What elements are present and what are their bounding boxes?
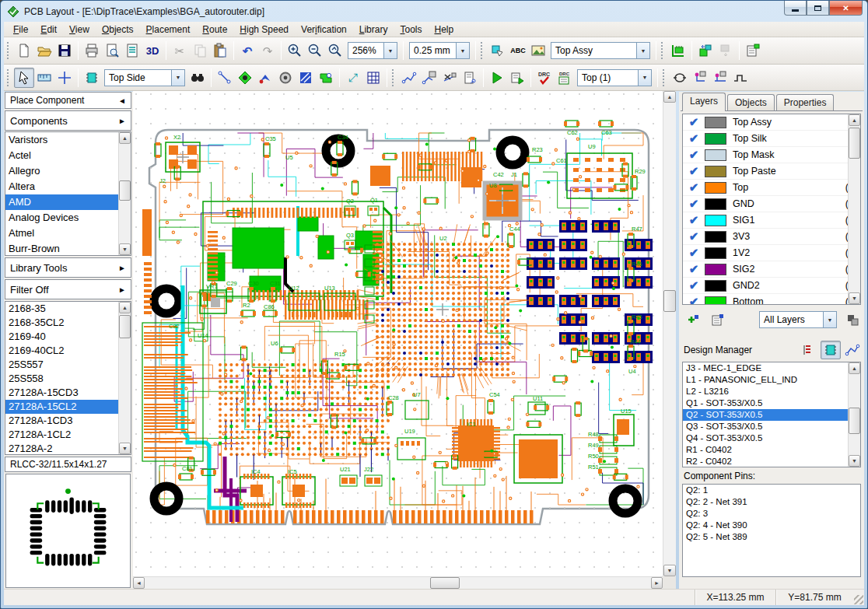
library-tools-bar[interactable]: Library Tools ►	[5, 257, 131, 278]
layer-color-swatch[interactable]	[705, 231, 726, 243]
loop-removal-button[interactable]	[670, 68, 690, 88]
part-list-item[interactable]: 25S557	[5, 358, 131, 372]
menu-edit[interactable]: Edit	[34, 23, 63, 37]
layer-visible-check[interactable]: ✔	[683, 213, 705, 227]
scroll-up-icon[interactable]: ▲	[119, 132, 131, 144]
part-list-scrollbar[interactable]: ▲ ▼	[118, 302, 131, 454]
ratlines-button[interactable]	[255, 68, 275, 88]
toolbar-grip[interactable]	[481, 42, 485, 59]
layer-row[interactable]: ✔SIG1(3)	[683, 212, 860, 229]
nets-filter-button[interactable]	[799, 341, 816, 359]
scroll-down-icon[interactable]: ▼	[663, 565, 676, 576]
part-list-item[interactable]: 2169-40	[5, 330, 131, 344]
scroll-right-icon[interactable]: ►	[651, 577, 663, 589]
part-list-item[interactable]: 2168-35CL2	[5, 316, 131, 330]
resize-grip[interactable]	[854, 595, 863, 604]
diff-pair-button[interactable]	[690, 68, 710, 88]
route-manual-button[interactable]	[399, 68, 419, 88]
scroll-left-icon[interactable]: ◄	[133, 577, 145, 589]
route-setup-button[interactable]	[460, 68, 480, 88]
layer-visible-check[interactable]: ✔	[683, 131, 705, 145]
scroll-up-icon[interactable]: ▲	[663, 91, 676, 103]
layer-row[interactable]: ✔Top Assy	[683, 114, 860, 131]
menu-placement[interactable]: Placement	[140, 23, 197, 37]
print-preview-button[interactable]	[102, 40, 122, 61]
place-via-button[interactable]	[235, 68, 255, 88]
chevron-down-icon[interactable]: ▼	[823, 312, 836, 327]
toolbar-grip[interactable]	[7, 42, 11, 59]
library-list-item[interactable]: AMD	[5, 194, 131, 210]
view-3d-button[interactable]: 3D	[142, 40, 163, 61]
toolbar-grip[interactable]	[7, 69, 11, 86]
layer-color-swatch[interactable]	[705, 215, 726, 226]
menu-high-speed[interactable]: High Speed	[233, 23, 295, 37]
place-text-button[interactable]: ABC	[508, 40, 528, 61]
layer-visible-check[interactable]: ✔	[683, 115, 705, 129]
layer-row[interactable]: ✔GND2(7)	[683, 278, 860, 294]
measure-tool-button[interactable]	[34, 68, 54, 88]
layer-filter-combo[interactable]: All Layers▼	[759, 311, 837, 328]
pcb-canvas[interactable]: X2C35C34U5J1C62C63U9R23R29C42J2C61U8Q2Q1…	[133, 91, 663, 578]
layer-row[interactable]: ✔GND(2)	[683, 196, 860, 212]
place-component-tool-button[interactable]	[82, 68, 102, 88]
close-button[interactable]: ✕	[829, 1, 863, 16]
place-component-header[interactable]: Place Component ◄	[5, 92, 131, 109]
scroll-up-icon[interactable]: ▲	[119, 302, 131, 313]
library-list-item[interactable]: Varistors	[5, 132, 131, 148]
open-button[interactable]	[34, 40, 54, 61]
toolbar-grip[interactable]	[661, 42, 665, 59]
update-components-button[interactable]	[695, 40, 716, 61]
component-list-item[interactable]: J3 - MEC-1_EDGE	[683, 362, 860, 374]
meander-button[interactable]	[730, 68, 751, 88]
part-list-item[interactable]: 27128A-15CL2	[5, 400, 131, 414]
layer-row[interactable]: ✔Top Paste	[683, 163, 860, 180]
component-list-item[interactable]: Q3 - SOT-353/X0.5	[683, 421, 860, 432]
component-list-item[interactable]: R2 - C0402	[683, 456, 860, 467]
menu-route[interactable]: Route	[196, 23, 233, 37]
component-list-item[interactable]: Q2 - SOT-353/X0.5	[683, 409, 860, 421]
layer-color-swatch[interactable]	[705, 166, 726, 177]
zoom-out-button[interactable]	[305, 40, 325, 61]
filter-bar[interactable]: Filter Off ►	[5, 279, 131, 299]
chevron-down-icon[interactable]: ▼	[383, 43, 397, 58]
design-manager-scrollbar[interactable]: ▲ ▼	[848, 362, 860, 467]
scroll-up-icon[interactable]: ▲	[849, 362, 860, 374]
route-trace-button[interactable]	[215, 68, 235, 88]
nets-view-button[interactable]	[844, 341, 861, 359]
paste-button[interactable]	[210, 40, 230, 61]
save-button[interactable]	[54, 40, 75, 61]
route-layer-combo[interactable]: Top (1)▼	[577, 69, 652, 86]
route-edit-button[interactable]	[419, 68, 439, 88]
cut-button[interactable]: ✂	[170, 40, 190, 61]
report-button[interactable]	[122, 40, 142, 61]
component-list-item[interactable]: Q1 - SOT-353/X0.5	[683, 397, 860, 409]
menu-help[interactable]: Help	[428, 23, 460, 37]
add-layer-button[interactable]	[684, 310, 702, 329]
layer-color-swatch[interactable]	[705, 280, 726, 292]
minimize-button[interactable]	[784, 1, 807, 16]
place-picture-button[interactable]	[528, 40, 548, 61]
pin-list-item[interactable]: Q2: 3	[683, 508, 860, 520]
undo-button[interactable]: ↶	[237, 40, 257, 61]
layer-colors-button[interactable]	[844, 311, 861, 328]
scroll-down-icon[interactable]: ▼	[119, 443, 131, 454]
layer-visible-check[interactable]: ✔	[683, 246, 705, 260]
menu-file[interactable]: File	[7, 23, 34, 37]
menu-objects[interactable]: Objects	[96, 23, 140, 37]
layer-visible-check[interactable]: ✔	[683, 164, 705, 178]
new-button[interactable]	[14, 40, 34, 61]
board-side-combo[interactable]: Top Side▼	[104, 69, 185, 86]
redo-button[interactable]: ↷	[257, 40, 278, 61]
layer-visible-check[interactable]: ✔	[683, 197, 705, 211]
menu-verification[interactable]: Verification	[295, 23, 353, 37]
layer-color-swatch[interactable]	[705, 117, 726, 128]
layer-row[interactable]: ✔SIG2(6)	[683, 261, 860, 278]
copper-pour-button[interactable]	[296, 68, 316, 88]
maximize-button[interactable]	[807, 1, 829, 16]
layer-color-swatch[interactable]	[705, 149, 726, 161]
select-tool-button[interactable]	[14, 68, 34, 88]
layer-color-swatch[interactable]	[705, 296, 726, 306]
component-list-item[interactable]: L1 - PANASONIC_ELL_IND	[683, 374, 860, 386]
chevron-down-icon[interactable]: ▼	[638, 70, 651, 86]
part-list-item[interactable]: 25S558	[5, 372, 131, 386]
